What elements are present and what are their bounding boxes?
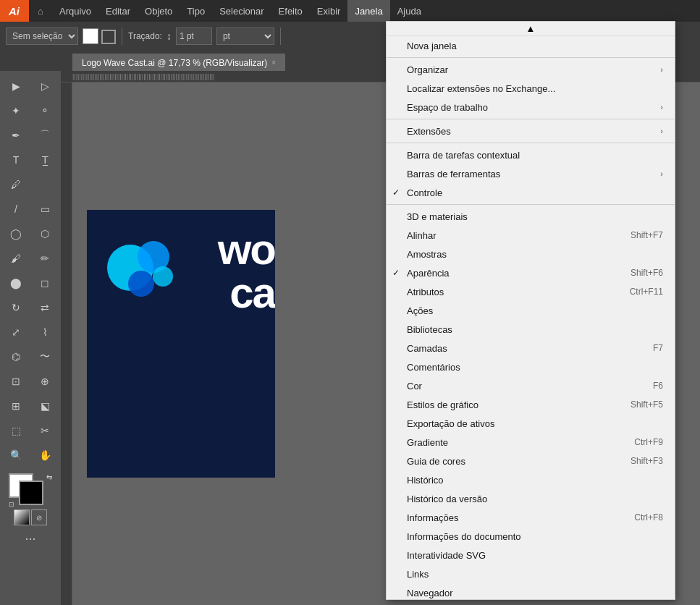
menu-item-nova-janela[interactable]: Nova janela bbox=[387, 36, 675, 55]
vertical-type-tool[interactable]: T̲ bbox=[30, 148, 59, 172]
artboard[interactable]: wo ca bbox=[87, 210, 275, 478]
alinhar-label: Alinhar bbox=[407, 230, 436, 241]
svg-point-3 bbox=[128, 271, 154, 297]
doc-tab-close[interactable]: × bbox=[271, 59, 276, 67]
menu-item-aparencia[interactable]: ✓ Aparência Shift+F6 bbox=[387, 263, 675, 282]
zoom-tool[interactable]: 🔍 bbox=[1, 443, 30, 468]
menu-item-bibliotecas[interactable]: Bibliotecas bbox=[387, 320, 675, 339]
selection-dropdown[interactable]: Sem seleção bbox=[6, 28, 78, 45]
color-modes: ⊘ bbox=[14, 509, 47, 525]
menu-tipo[interactable]: Tipo bbox=[180, 0, 212, 22]
reflect-tool[interactable]: ⇄ bbox=[30, 295, 59, 320]
menu-selecionar[interactable]: Selecionar bbox=[212, 0, 271, 22]
menu-item-camadas[interactable]: Camadas F7 bbox=[387, 339, 675, 358]
eraser-tool[interactable]: ◻ bbox=[30, 271, 59, 295]
aparencia-check: ✓ bbox=[392, 268, 400, 278]
menu-item-exportacao[interactable]: Exportação de ativos bbox=[387, 414, 675, 433]
exportacao-label: Exportação de ativos bbox=[407, 418, 494, 429]
rotate-tool[interactable]: ↻ bbox=[1, 295, 30, 320]
stroke-unit-select[interactable]: pt bbox=[216, 28, 274, 45]
magic-wand-tool[interactable]: ✦ bbox=[1, 98, 30, 123]
warp-tool[interactable]: 〜 bbox=[30, 344, 59, 369]
menu-item-espaco[interactable]: Espaço de trabalho › bbox=[387, 98, 675, 117]
tool-row-15: ⬚ ✂ bbox=[1, 418, 59, 443]
selection-tool[interactable]: ▶ bbox=[1, 74, 30, 98]
paintbrush-tool[interactable]: 🖌 bbox=[1, 246, 30, 271]
menu-item-comentarios[interactable]: Comentários bbox=[387, 358, 675, 376]
doc-tab-main[interactable]: Logo Wave Cast.ai @ 17,73 % (RGB/Visuali… bbox=[72, 54, 285, 71]
stroke-width-input[interactable] bbox=[176, 28, 212, 45]
shape-builder-tool[interactable]: ⊞ bbox=[1, 394, 30, 418]
menu-item-3d[interactable]: 3D e materiais bbox=[387, 207, 675, 226]
touch-type-tool[interactable]: 🖊 bbox=[1, 172, 30, 197]
menu-item-informacoes[interactable]: Informações Ctrl+F8 bbox=[387, 508, 675, 527]
blob-brush-tool[interactable]: ⬤ bbox=[1, 271, 30, 295]
menu-item-atributos[interactable]: Atributos Ctrl+F11 bbox=[387, 282, 675, 301]
more-tools-icon[interactable]: ··· bbox=[25, 531, 35, 546]
controle-label: Controle bbox=[407, 187, 442, 198]
informacoes-label: Informações bbox=[407, 512, 459, 523]
swap-icon[interactable]: ⇆ bbox=[46, 473, 52, 481]
menu-item-links[interactable]: Links bbox=[387, 564, 675, 583]
logo-text-top: wo bbox=[218, 228, 275, 271]
menu-editar[interactable]: Editar bbox=[98, 0, 138, 22]
menu-item-estilos-grafico[interactable]: Estilos de gráfico Shift+F5 bbox=[387, 395, 675, 414]
menu-scroll-up[interactable]: ▲ bbox=[387, 22, 675, 36]
hand-tool[interactable]: ✋ bbox=[30, 443, 59, 468]
menu-exibir[interactable]: Exibir bbox=[310, 0, 348, 22]
direct-select-tool[interactable]: ▷ bbox=[30, 74, 59, 98]
gradiente-shortcut: Ctrl+F9 bbox=[620, 437, 663, 447]
svg-text:Ai: Ai bbox=[8, 5, 20, 17]
menu-item-organizar[interactable]: Organizar › bbox=[387, 60, 675, 79]
menu-item-gradiente[interactable]: Gradiente Ctrl+F9 bbox=[387, 433, 675, 452]
menu-efeito[interactable]: Efeito bbox=[271, 0, 310, 22]
live-paint-tool[interactable]: ⬕ bbox=[30, 394, 59, 418]
line-tool[interactable]: / bbox=[1, 197, 30, 221]
pencil-tool[interactable]: ✏ bbox=[30, 246, 59, 271]
janela-dropdown-menu: ▲ Nova janela Organizar › Localizar exte… bbox=[386, 21, 675, 600]
menu-item-localizar[interactable]: Localizar extensões no Exchange... bbox=[387, 79, 675, 98]
menu-item-amostras[interactable]: Amostras bbox=[387, 245, 675, 263]
menu-item-acoes[interactable]: Ações bbox=[387, 301, 675, 320]
ellipse-tool[interactable]: ◯ bbox=[1, 221, 30, 246]
bibliotecas-label: Bibliotecas bbox=[407, 324, 452, 335]
menu-ajuda[interactable]: Ajuda bbox=[390, 0, 429, 22]
menu-item-historico-versao[interactable]: Histórico da versão bbox=[387, 489, 675, 508]
menu-item-interatividade-svg[interactable]: Interatividade SVG bbox=[387, 546, 675, 564]
menu-objeto[interactable]: Objeto bbox=[138, 0, 180, 22]
menu-item-navegador[interactable]: Navegador bbox=[387, 583, 675, 600]
menu-janela[interactable]: Janela bbox=[347, 0, 389, 22]
gradient-icon[interactable] bbox=[14, 509, 30, 525]
artboard-tool[interactable]: ⬚ bbox=[1, 418, 30, 443]
empty-tool bbox=[30, 172, 59, 197]
slice-tool[interactable]: ✂ bbox=[30, 418, 59, 443]
pen-tool[interactable]: ✒ bbox=[1, 123, 30, 148]
reset-icon[interactable]: ⊡ bbox=[9, 501, 14, 508]
stroke-swatch[interactable] bbox=[19, 481, 43, 505]
scale-tool[interactable]: ⤢ bbox=[1, 320, 30, 344]
menu-item-barras-ferramentas[interactable]: Barras de ferramentas › bbox=[387, 164, 675, 183]
home-icon[interactable]: ⌂ bbox=[29, 0, 52, 22]
free-transform-tool[interactable]: ⊡ bbox=[1, 369, 30, 394]
toolbar-divider-1 bbox=[122, 28, 122, 45]
menu-item-historico[interactable]: Histórico bbox=[387, 470, 675, 489]
tool-row-2: ✦ ⚬ bbox=[1, 98, 59, 123]
shear-tool[interactable]: ⌇ bbox=[30, 320, 59, 344]
menu-item-informacoes-doc[interactable]: Informações do documento bbox=[387, 527, 675, 546]
menu-item-cor[interactable]: Cor F6 bbox=[387, 376, 675, 395]
polygon-tool[interactable]: ⬡ bbox=[30, 221, 59, 246]
none-icon[interactable]: ⊘ bbox=[31, 509, 47, 525]
type-tool[interactable]: T bbox=[1, 148, 30, 172]
menu-arquivo[interactable]: Arquivo bbox=[52, 0, 98, 22]
puppet-warp-tool[interactable]: ⊕ bbox=[30, 369, 59, 394]
reshape-tool[interactable]: ⌬ bbox=[1, 344, 30, 369]
menu-item-guia-cores[interactable]: Guia de cores Shift+F3 bbox=[387, 452, 675, 470]
menu-item-alinhar[interactable]: Alinhar Shift+F7 bbox=[387, 226, 675, 245]
rect-tool[interactable]: ▭ bbox=[30, 197, 59, 221]
curvature-tool[interactable]: ⌒ bbox=[30, 123, 59, 148]
menu-item-extensoes[interactable]: Extensões › bbox=[387, 122, 675, 140]
lasso-tool[interactable]: ⚬ bbox=[30, 98, 59, 123]
fill-color[interactable] bbox=[83, 28, 98, 44]
menu-item-barra-tarefas[interactable]: Barra de tarefas contextual bbox=[387, 145, 675, 164]
menu-item-controle[interactable]: ✓ Controle bbox=[387, 183, 675, 202]
